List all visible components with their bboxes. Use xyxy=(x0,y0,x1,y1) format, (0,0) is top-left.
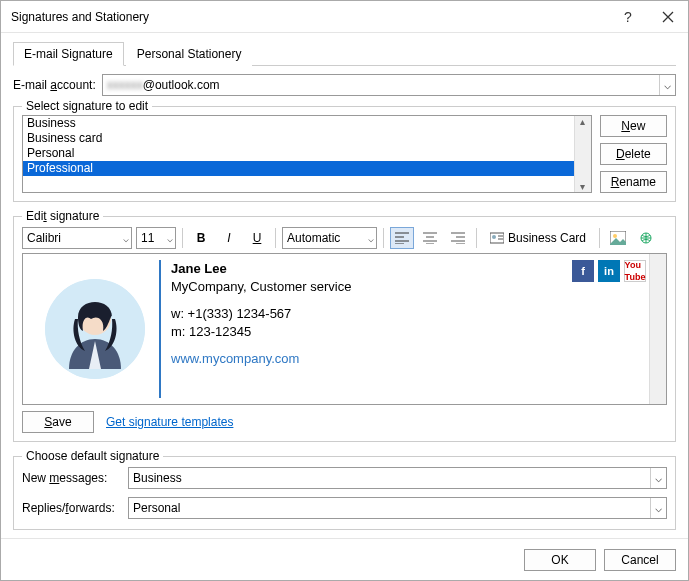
align-right-button[interactable] xyxy=(446,227,470,249)
facebook-icon[interactable]: f xyxy=(572,260,594,282)
signature-mobile-phone: m: 123-12345 xyxy=(171,323,646,341)
list-item[interactable]: Business xyxy=(23,116,591,131)
tab-email-signature[interactable]: E-mail Signature xyxy=(13,42,124,66)
replies-forwards-combo[interactable]: Personal ⌵ xyxy=(128,497,667,519)
align-center-button[interactable] xyxy=(418,227,442,249)
avatar xyxy=(45,279,145,379)
linkedin-icon[interactable]: in xyxy=(598,260,620,282)
replies-forwards-label: Replies/forwards: xyxy=(22,501,122,515)
svg-rect-0 xyxy=(490,233,504,243)
list-item[interactable]: Personal xyxy=(23,146,591,161)
business-card-icon xyxy=(490,232,504,244)
get-templates-link[interactable]: Get signature templates xyxy=(106,415,233,429)
window-title: Signatures and Stationery xyxy=(11,10,608,24)
chevron-down-icon: ⌵ xyxy=(167,233,173,244)
select-signature-legend: Select signature to edit xyxy=(22,99,152,113)
edit-signature-legend: Edit signature xyxy=(22,209,103,223)
save-button[interactable]: Save xyxy=(22,411,94,433)
help-button[interactable]: ? xyxy=(608,1,648,33)
chevron-down-icon: ⌵ xyxy=(659,75,675,95)
signature-work-phone: w: +1(333) 1234-567 xyxy=(171,305,646,323)
rename-button[interactable]: Rename xyxy=(600,171,667,193)
underline-button[interactable]: U xyxy=(245,227,269,249)
signature-editor[interactable]: f in YouTube Jane Lee MyCompany, Custome… xyxy=(22,253,667,405)
insert-hyperlink-button[interactable] xyxy=(634,227,658,249)
delete-button[interactable]: Delete xyxy=(600,143,667,165)
email-account-redacted: xxxxxx xyxy=(107,78,143,92)
font-size-combo[interactable]: 11⌵ xyxy=(136,227,176,249)
chevron-down-icon: ⌵ xyxy=(368,233,374,244)
editor-scrollbar[interactable] xyxy=(649,254,666,404)
email-account-combo[interactable]: xxxxxx @outlook.com ⌵ xyxy=(102,74,676,96)
chevron-down-icon: ⌵ xyxy=(650,468,666,488)
svg-point-3 xyxy=(613,234,617,238)
italic-button[interactable]: I xyxy=(217,227,241,249)
picture-icon xyxy=(610,231,626,245)
font-color-combo[interactable]: Automatic⌵ xyxy=(282,227,377,249)
cancel-button[interactable]: Cancel xyxy=(604,549,676,571)
font-combo[interactable]: Calibri⌵ xyxy=(22,227,132,249)
listbox-scrollbar[interactable]: ▴▾ xyxy=(574,116,591,192)
link-icon xyxy=(638,231,654,245)
new-messages-label: New messages: xyxy=(22,471,122,485)
ok-button[interactable]: OK xyxy=(524,549,596,571)
align-left-button[interactable] xyxy=(390,227,414,249)
signature-website: www.mycompany.com xyxy=(171,350,646,368)
email-account-label: E-mail account: xyxy=(13,78,96,92)
chevron-down-icon: ⌵ xyxy=(123,233,129,244)
list-item[interactable]: Business card xyxy=(23,131,591,146)
business-card-button[interactable]: Business Card xyxy=(483,227,593,249)
svg-point-1 xyxy=(492,235,496,239)
new-button[interactable]: New xyxy=(600,115,667,137)
chevron-down-icon: ⌵ xyxy=(650,498,666,518)
bold-button[interactable]: B xyxy=(189,227,213,249)
email-account-value: @outlook.com xyxy=(143,78,220,92)
tab-personal-stationery[interactable]: Personal Stationery xyxy=(126,42,253,66)
youtube-icon[interactable]: YouTube xyxy=(624,260,646,282)
new-messages-combo[interactable]: Business ⌵ xyxy=(128,467,667,489)
list-item[interactable]: Professional xyxy=(23,161,591,176)
signature-listbox[interactable]: Business Business card Personal Professi… xyxy=(22,115,592,193)
close-button[interactable] xyxy=(648,1,688,33)
choose-default-legend: Choose default signature xyxy=(22,449,163,463)
insert-picture-button[interactable] xyxy=(606,227,630,249)
